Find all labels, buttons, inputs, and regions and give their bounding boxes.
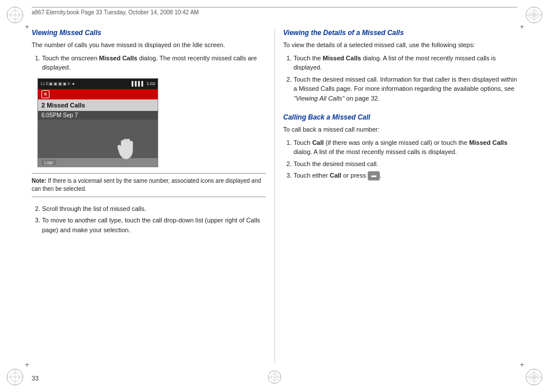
page-number: 33 <box>32 375 39 382</box>
crosshair-tr: + <box>519 24 525 30</box>
call-time-display: 6:05PM Sep 7 <box>38 111 158 120</box>
status-icon-1: 11 <box>40 82 45 86</box>
phone-screenshot: 11 E ▣ ▣ ▣ ▣ K ◄ ▌▌▌▌ 1:02 <box>37 78 158 167</box>
missed-count-badge: 6 <box>41 90 49 98</box>
top-bar-text: a867 Eternity.book Page 33 Tuesday, Octo… <box>32 9 199 16</box>
bold-call-1: Call <box>312 139 323 146</box>
crosshair-bl: + <box>24 362 30 368</box>
corner-decoration-tl <box>5 5 25 25</box>
bold-missed-calls-3: Missed Calls <box>469 139 508 146</box>
right-s1-step2: Touch the desired missed call. Informati… <box>293 75 517 103</box>
status-icons-row: 11 E ▣ ▣ ▣ ▣ K ◄ <box>40 82 75 86</box>
svg-point-17 <box>531 374 537 380</box>
top-bar: a867 Eternity.book Page 33 Tuesday, Octo… <box>32 7 517 16</box>
crosshair-tl: + <box>24 24 30 30</box>
missed-calls-label: 2 Missed Calls <box>38 99 158 111</box>
bold-call-2: Call <box>330 172 341 179</box>
status-icon-6: ▣ <box>63 82 67 86</box>
right-s2-step2: Touch the desired missed call. <box>293 159 517 169</box>
main-content: Viewing Missed Calls The number of calls… <box>32 29 517 363</box>
logo-box: Logo <box>41 160 56 165</box>
left-step-1: Touch the onscreen Missed Calls dialog. … <box>42 53 266 72</box>
right-s2-step3: Touch either Call or press ▬. <box>293 171 517 180</box>
status-icon-2: E <box>46 82 49 86</box>
right-section2-heading: Calling Back a Missed Call <box>283 113 517 121</box>
right-s1-step1: Touch the Missed Calls dialog. A list of… <box>293 53 517 72</box>
status-icon-3: ▣ <box>49 82 53 86</box>
call-button-icon: ▬ <box>368 171 380 180</box>
phone-time-display: 1:02 <box>146 81 155 86</box>
right-section2-steps: Touch Call (if there was only a single m… <box>283 138 517 180</box>
bold-missed-calls-2: Missed Calls <box>323 55 361 62</box>
right-s2-step1: Touch Call (if there was only a single m… <box>293 138 517 157</box>
bottom-center-decoration <box>266 369 283 385</box>
note-label: Note: <box>32 178 47 184</box>
left-column: Viewing Missed Calls The number of calls… <box>32 29 266 363</box>
left-intro: The number of calls you have missed is d… <box>32 40 266 50</box>
left-steps-list-continued: Scroll through the list of missed calls.… <box>32 204 266 235</box>
right-section1-heading: Viewing the Details of a Missed Calls <box>283 29 517 37</box>
time-area: ▌▌▌▌ 1:02 <box>132 81 155 86</box>
left-step-2: Scroll through the list of missed calls. <box>42 204 266 214</box>
right-section1-steps: Touch the Missed Calls dialog. A list of… <box>283 53 517 103</box>
crosshair-br: + <box>519 362 525 368</box>
hand-cursor-icon <box>112 133 140 162</box>
corner-decoration-tr <box>524 5 544 25</box>
left-steps-list: Touch the onscreen Missed Calls dialog. … <box>32 53 266 72</box>
phone-status-bar: 11 E ▣ ▣ ▣ ▣ K ◄ ▌▌▌▌ 1:02 <box>38 79 158 89</box>
corner-decoration-br <box>524 367 544 387</box>
right-section2-intro: To call back a missed call number: <box>283 125 517 134</box>
right-column: Viewing the Details of a Missed Calls To… <box>283 29 517 363</box>
bold-missed-calls-1: Missed Calls <box>99 55 138 62</box>
note-box: Note: If there is a voicemail sent by th… <box>32 173 266 197</box>
left-section-heading: Viewing Missed Calls <box>32 29 266 37</box>
status-icon-7: K <box>67 82 70 86</box>
phone-body: 6 2 Missed Calls 6:05PM Sep 7 Logo <box>38 89 158 167</box>
notification-bar: 6 <box>38 89 158 99</box>
italic-viewing-all-calls: "Viewing All Calls" <box>293 95 345 102</box>
signal-bars: ▌▌▌▌ <box>132 81 145 86</box>
status-icon-4: ▣ <box>54 82 58 86</box>
corner-decoration-bl <box>5 367 25 387</box>
right-section1-intro: To view the details of a selected missed… <box>283 40 517 50</box>
svg-point-8 <box>531 12 537 18</box>
status-icon-8: ◄ <box>71 82 75 86</box>
status-icon-5: ▣ <box>58 82 62 86</box>
note-text: If there is a voicemail sent by the same… <box>32 178 261 192</box>
left-step-3: To move to another call type, touch the … <box>42 216 266 235</box>
